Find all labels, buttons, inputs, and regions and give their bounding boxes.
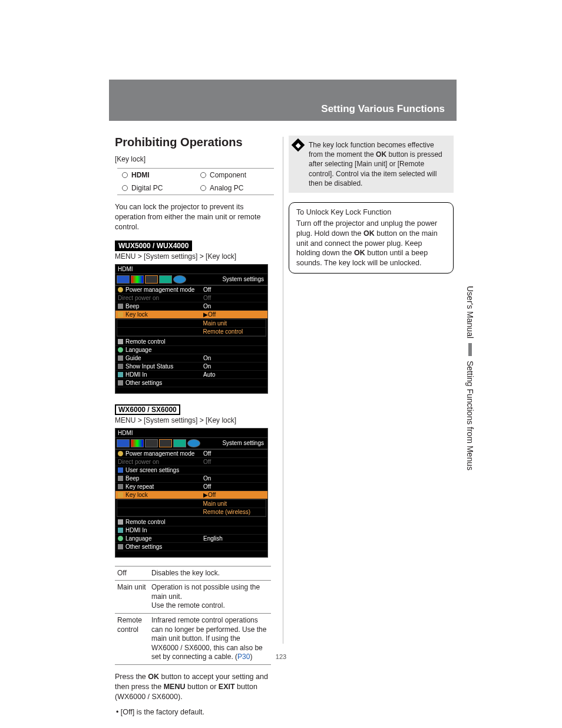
side-tab-chapter: Setting Functions from Menus [465,361,475,470]
osd-tab-label: System settings [222,440,266,446]
key-icon [118,312,123,317]
other-icon [118,544,123,549]
osd-screenshot-2: HDMI System settings Power management mo… [115,428,268,558]
beep-icon [118,476,123,481]
key-icon [118,492,123,498]
osd-row: Show Input StatusOn [115,363,267,371]
tab-icon [117,275,130,284]
bulb-icon [118,287,123,292]
osd-row: Language [115,346,267,354]
osd-row: Power management modeOff [115,450,267,458]
tab-icon [187,439,200,447]
model-badge-wx: WX6000 / SX6000 [115,404,180,415]
table-row: OffDisables the key lock. [115,566,271,581]
osd-tab-row: System settings [115,274,267,286]
osd-row: User screen settings [115,466,267,475]
osd-row: BeepOn [115,475,267,483]
osd-row: Remote control [115,338,267,346]
bullet-default: • [Off] is the factory default. [115,708,274,716]
osd-submenu-item: Remote control [117,328,266,336]
unlock-title: To Unlock Key Lock Function [296,207,446,218]
repeat-icon [118,484,123,489]
menu-path: MENU > [System settings] > [Key lock] [115,416,274,424]
osd-row: GuideOn [115,354,267,363]
option-desc: Disables the key lock. [149,566,271,581]
osd-submenu-item: Main unit [117,319,266,328]
option-desc: Operation is not possible using the main… [149,581,271,614]
tab-icon [173,439,186,447]
osd-tab-row: System settings [115,438,267,450]
hdmi-icon [118,372,123,377]
hdmi-icon [118,528,123,533]
osd-tab-label: System settings [222,276,266,282]
note-box: ◆ The key lock function becomes effectiv… [289,136,454,193]
osd-row: HDMI In [115,526,267,535]
osd-row: Direct power onOff [115,294,267,302]
tab-icon [159,439,172,447]
model-badge-wux: WUX5000 / WUX4000 [115,241,192,251]
tab-icon [131,275,144,284]
input-label: Component [210,171,246,179]
header-title: Setting Various Functions [321,103,445,115]
remote-icon [118,339,123,344]
side-tabs: User's Manual Setting Functions from Men… [465,286,475,470]
option-name: Main unit [115,581,149,614]
intro-paragraph: You can lock the projector to prevent it… [115,202,274,232]
osd-row: Remote control [115,518,267,526]
tab-icon [131,439,144,447]
osd-submenu-item: Main unit [117,500,266,508]
osd-row: Other settings [115,543,267,551]
osd-screenshot-1: HDMI System settings Power management mo… [115,264,268,394]
radio-icon [122,185,128,191]
lang-icon [118,536,123,541]
show-icon [118,364,123,369]
osd-input-label: HDMI [118,430,133,436]
osd-row: Direct power onOff [115,458,267,466]
input-label: Digital PC [131,184,163,192]
bulb-icon [118,451,123,456]
input-label: Analog PC [210,184,243,192]
tab-icon [159,275,172,284]
osd-row: LanguageEnglish [115,535,267,543]
option-name: Off [115,566,149,581]
page-number: 123 [0,653,562,660]
remote-icon [118,519,123,525]
other-icon [118,380,123,386]
osd-row: BeepOn [115,302,267,311]
unlock-box: To Unlock Key Lock Function Turn off the… [289,202,454,274]
section-subtitle: [Key lock] [115,155,274,163]
press-note: Press the OK button to accept your setti… [115,672,274,702]
section-heading: Prohibiting Operations [115,136,274,149]
radio-icon [200,185,206,191]
tab-icon [145,275,158,284]
side-tab-divider-icon [468,343,472,356]
beep-icon [118,304,123,309]
menu-path: MENU > [System settings] > [Key lock] [115,252,274,261]
user-icon [118,467,123,473]
osd-row: HDMI InAuto [115,371,267,379]
radio-icon [200,172,206,178]
osd-submenu-item: Remote (wireless) [117,508,266,516]
tab-icon [117,439,130,447]
osd-row: Other settings [115,379,267,387]
osd-row-selected: Key lock▶Off [115,311,267,319]
header-bar: Setting Various Functions [109,80,457,121]
side-tab-manual: User's Manual [465,286,475,338]
tab-icon [173,275,186,284]
guide-icon [118,355,123,361]
osd-row: Key repeatOff [115,483,267,491]
tab-icon [145,439,158,447]
osd-row-selected: Key lock▶Off [115,491,267,499]
table-row: Main unitOperation is not possible using… [115,581,271,614]
osd-input-label: HDMI [118,266,133,272]
diamond-info-icon: ◆ [292,139,305,152]
input-label: HDMI [131,171,150,179]
osd-row: Power management modeOff [115,286,267,294]
input-signal-grid: HDMI Component Digital PC Analog PC [117,168,274,195]
radio-icon [122,172,128,178]
lang-icon [118,347,123,353]
column-divider [283,137,283,644]
options-table: OffDisables the key lock.Main unitOperat… [115,566,271,665]
